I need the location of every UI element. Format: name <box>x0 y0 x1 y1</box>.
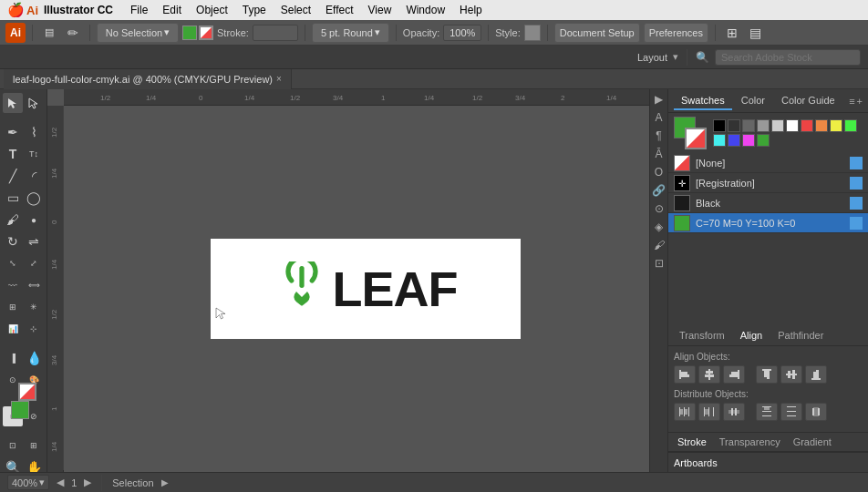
panel-icon-link[interactable]: 🔗 <box>652 184 666 197</box>
warp-tool-btn[interactable]: 〰 <box>3 275 23 295</box>
graph-tool-btn[interactable]: 📊 <box>3 319 23 339</box>
menu-window[interactable]: Window <box>399 2 451 18</box>
selection-tool-btn[interactable] <box>3 93 23 113</box>
align-center-vertical-btn[interactable] <box>780 365 802 384</box>
tab-swatches[interactable]: Swatches <box>674 92 732 110</box>
blob-tool-btn[interactable]: ● <box>24 210 44 230</box>
menu-help[interactable]: Help <box>453 2 489 18</box>
slice-tool-btn[interactable]: ⊞ <box>24 436 44 456</box>
panel-icon-brushes[interactable]: 🖌 <box>654 239 665 251</box>
prev-page-btn[interactable]: ◀ <box>57 477 64 488</box>
swatch-cell[interactable] <box>757 119 770 132</box>
panel-toggle[interactable]: ▤ <box>746 23 766 43</box>
next-page-btn[interactable]: ▶ <box>84 477 91 488</box>
align-center-horizontal-btn[interactable] <box>698 365 720 384</box>
panel-icon-symbols[interactable]: ◈ <box>655 220 663 233</box>
swatch-cell[interactable] <box>742 134 755 147</box>
panel-menu-icon[interactable]: ≡ <box>849 96 854 107</box>
tab-color-guide[interactable]: Color Guide <box>774 92 842 110</box>
swatch-cell[interactable] <box>801 119 813 132</box>
direct-selection-tool-btn[interactable] <box>24 93 44 113</box>
panel-icon-type[interactable]: A <box>655 111 662 124</box>
menu-file[interactable]: File <box>124 2 154 18</box>
swatch-cell[interactable] <box>757 134 770 147</box>
menu-object[interactable]: Object <box>190 2 234 18</box>
adobe-stock-search[interactable] <box>715 49 861 66</box>
touch-type-btn[interactable]: T↕ <box>24 144 44 164</box>
arc-tool-btn[interactable]: ◜ <box>24 166 44 186</box>
swatch-registration[interactable]: ✛ [Registration] <box>668 173 868 193</box>
status-arrow-btn[interactable]: ▶ <box>161 477 169 487</box>
swatch-cell[interactable] <box>742 119 755 132</box>
document-tab[interactable]: leaf-logo-full-color-cmyk.ai @ 400% (CMY… <box>4 69 292 89</box>
tab-transparency[interactable]: Transparency <box>714 435 786 449</box>
tab-align[interactable]: Align <box>733 328 770 343</box>
distribute-right-btn[interactable] <box>723 403 745 421</box>
swatch-cell[interactable] <box>786 119 799 132</box>
canvas-content[interactable]: LEAF <box>64 106 667 472</box>
tab-pathfinder[interactable]: Pathfinder <box>770 328 831 343</box>
swatch-cell[interactable] <box>713 119 726 132</box>
scale-tool-btn[interactable]: ⤡ <box>3 253 23 273</box>
swatch-cell[interactable] <box>728 119 740 132</box>
panel-icon-char[interactable]: Ā <box>655 148 662 160</box>
paint-brush-btn[interactable]: ✏ <box>63 23 83 43</box>
swatch-black[interactable]: Black <box>668 193 868 213</box>
panel-icon-paragraph[interactable]: ¶ <box>656 129 661 142</box>
gradient-tool-btn[interactable]: ▐ <box>3 348 23 368</box>
align-top-btn[interactable] <box>756 365 778 384</box>
menu-edit[interactable]: Edit <box>156 2 188 18</box>
preferences-btn[interactable]: Preferences <box>644 23 708 43</box>
distribute-bottom-btn[interactable] <box>805 403 827 421</box>
paintbrush-tool-btn[interactable]: 🖌 <box>3 210 23 230</box>
menu-effect[interactable]: Effect <box>319 2 359 18</box>
reflect-tool-btn[interactable]: ⇌ <box>24 231 44 251</box>
tab-color[interactable]: Color <box>734 92 772 110</box>
swatch-cell[interactable] <box>771 119 784 132</box>
free-transform-btn[interactable]: ⊞ <box>3 297 23 317</box>
stroke-color-swatch[interactable] <box>199 26 213 40</box>
tab-close-btn[interactable]: × <box>276 74 282 84</box>
swatch-none[interactable]: [None] <box>668 153 868 173</box>
stroke-value-field[interactable] <box>253 25 298 41</box>
zoom-control[interactable]: 400% ▾ <box>7 475 49 490</box>
pen-tool-btn[interactable]: ✒ <box>3 122 23 142</box>
style-swatch[interactable] <box>524 25 541 41</box>
opacity-field[interactable]: 100% <box>443 25 481 41</box>
swatch-cell[interactable] <box>815 119 828 132</box>
distribute-center-v-btn[interactable] <box>780 403 802 421</box>
reshape-tool-btn[interactable]: ⤢ <box>24 253 44 273</box>
align-bottom-btn[interactable] <box>805 365 827 384</box>
tab-transform[interactable]: Transform <box>672 328 732 343</box>
swatch-cell[interactable] <box>830 119 842 132</box>
type-tool-btn[interactable]: T <box>3 144 23 164</box>
swatch-cell[interactable] <box>728 134 740 147</box>
artboard-tool-btn[interactable]: ⊡ <box>3 436 23 456</box>
hand-tool-btn[interactable]: ✋ <box>24 457 44 472</box>
panel-new-icon[interactable]: + <box>857 96 863 107</box>
align-right-btn[interactable] <box>723 365 745 384</box>
swatch-cell[interactable] <box>713 134 726 147</box>
panel-icon-play[interactable]: ▶ <box>655 93 663 106</box>
menu-type[interactable]: Type <box>236 2 273 18</box>
menu-select[interactable]: Select <box>274 2 317 18</box>
panel-icon-opentype[interactable]: O <box>655 166 663 179</box>
menu-view[interactable]: View <box>362 2 398 18</box>
tab-gradient[interactable]: Gradient <box>788 435 837 449</box>
panel-icon-artboards[interactable]: ⊡ <box>655 257 664 270</box>
swatch-cyan-green[interactable]: C=70 M=0 Y=100 K=0 <box>668 213 868 233</box>
main-color-indicator[interactable] <box>674 117 707 149</box>
screen-mode-btn[interactable]: ▤ <box>39 23 59 43</box>
distribute-center-h-btn[interactable] <box>698 403 720 421</box>
rotate-tool-btn[interactable]: ↻ <box>3 231 23 251</box>
tab-stroke[interactable]: Stroke <box>672 435 712 449</box>
eyedropper-tool-btn[interactable]: 💧 <box>24 348 44 368</box>
curvature-tool-btn[interactable]: ⌇ <box>24 122 44 142</box>
fill-stroke-colors[interactable] <box>182 26 213 40</box>
line-tool-btn[interactable]: ╱ <box>3 166 23 186</box>
no-selection-dropdown[interactable]: No Selection ▾ <box>97 23 179 43</box>
arrange-icons[interactable]: ⊞ <box>722 23 742 43</box>
zoom-tool-btn[interactable]: 🔍 <box>3 457 23 472</box>
puppet-warp-btn[interactable]: ✳ <box>24 297 44 317</box>
document-setup-btn[interactable]: Document Setup <box>554 23 640 43</box>
